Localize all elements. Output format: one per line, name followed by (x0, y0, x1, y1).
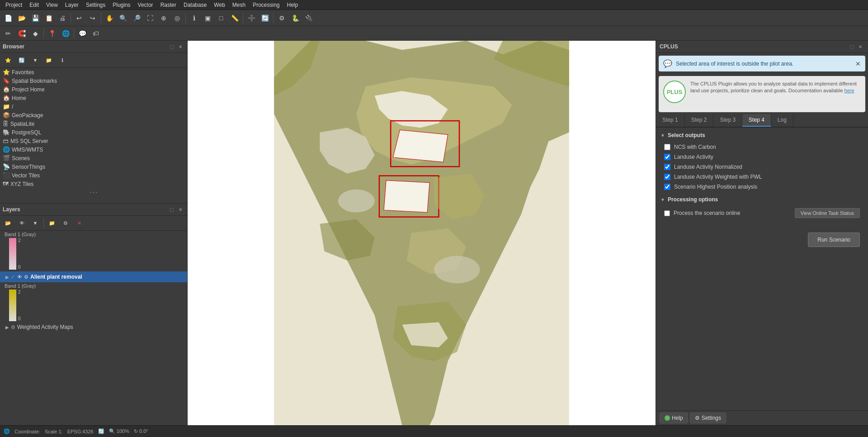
browser-add-btn[interactable]: ⭐ (2, 54, 14, 66)
browser-float-icon[interactable]: ⬚ (167, 43, 175, 51)
layers-float-icon[interactable]: ⬚ (167, 205, 175, 214)
tab-step2[interactable]: Step 2 (685, 114, 714, 127)
deselect-btn[interactable]: □ (215, 12, 227, 24)
settings-gear-btn[interactable]: ⚙ (275, 12, 288, 24)
menu-processing[interactable]: Processing (249, 1, 283, 9)
browser-item-xyz-tiles[interactable]: 🗺 XYZ Tiles (0, 180, 187, 188)
annotate-btn[interactable]: 💬 (76, 27, 89, 40)
zoom-selection-btn[interactable]: ⊕ (157, 12, 170, 24)
browser-refresh-btn[interactable]: 🔄 (15, 54, 28, 66)
selected-layer-item[interactable]: ▶ ✓ 👁 ⚙ Alient plant removal (0, 271, 187, 282)
browser-filter-btn[interactable]: ▼ (29, 54, 42, 66)
weighted-layer-item[interactable]: ▶ ⚙ Weighted Activity Maps (0, 323, 187, 331)
toolbar-sep-5 (273, 13, 274, 23)
menu-plugins[interactable]: Plugins (109, 1, 134, 9)
open-layer-tree-btn[interactable]: 📂 (2, 217, 14, 229)
processing-options-header[interactable]: ▼ Processing options (660, 196, 863, 203)
remove-layer-btn[interactable]: ✕ (73, 217, 85, 229)
label-btn[interactable]: 🏷 (90, 27, 102, 40)
browser-item-favorites[interactable]: ⭐ Favorites (0, 68, 187, 76)
cplus-here-link[interactable]: here (844, 88, 854, 93)
digitize-btn[interactable]: ✏ (2, 27, 14, 40)
undo-btn[interactable]: ↩ (73, 12, 85, 24)
zoom-full-btn[interactable]: ⛶ (144, 12, 156, 24)
new-project-btn[interactable]: 📄 (2, 12, 14, 24)
map-area[interactable] (188, 41, 656, 425)
browser-item-project-home[interactable]: 🏠 Project Home (0, 85, 187, 94)
menu-database[interactable]: Database (180, 1, 210, 9)
menu-mesh[interactable]: Mesh (229, 1, 249, 9)
tab-log[interactable]: Log (771, 114, 793, 127)
menu-edit[interactable]: Edit (26, 1, 42, 9)
menu-vector[interactable]: Vector (134, 1, 157, 9)
print-btn[interactable]: 🖨 (56, 12, 69, 24)
menu-settings[interactable]: Settings (82, 1, 109, 9)
measure-btn[interactable]: 📏 (228, 12, 241, 24)
browser-item-geopackage[interactable]: 📦 GeoPackage (0, 111, 187, 119)
refresh-btn[interactable]: 🔄 (259, 12, 271, 24)
menu-project[interactable]: Project (2, 1, 26, 9)
view-task-status-btn[interactable]: View Online Task Status (795, 208, 860, 218)
menu-layer[interactable]: Layer (61, 1, 82, 9)
zoom-in-btn[interactable]: 🔍 (117, 12, 129, 24)
alert-icon: 💬 (663, 59, 672, 68)
landuse-activity-checkbox[interactable] (664, 154, 670, 160)
menu-help[interactable]: Help (283, 1, 302, 9)
browser-item-sensorthings[interactable]: 📡 SensorThings (0, 162, 187, 171)
zoom-layer-btn[interactable]: ◎ (171, 12, 184, 24)
browser-item-mssql[interactable]: 🗃 MS SQL Server (0, 137, 187, 145)
save-project-btn[interactable]: 💾 (29, 12, 42, 24)
browser-item-scenes[interactable]: 🎬 Scenes (0, 154, 187, 162)
identify-btn[interactable]: ℹ (188, 12, 200, 24)
menu-view[interactable]: View (42, 1, 61, 9)
scenario-highest-checkbox[interactable] (664, 184, 670, 190)
ncs-carbon-checkbox[interactable] (664, 144, 670, 150)
browser-close-icon[interactable]: ✕ (176, 43, 184, 51)
run-scenario-btn[interactable]: Run Scenario (808, 233, 860, 247)
add-group-btn[interactable]: 📁 (46, 217, 58, 229)
filter-layers-btn[interactable]: ▼ (29, 217, 42, 229)
coord-btn[interactable]: 🌐 (59, 27, 72, 40)
browser-collapse-btn[interactable]: 📁 (42, 54, 55, 66)
help-btn[interactable]: Help (660, 413, 688, 423)
browser-item-bookmarks[interactable]: 🔖 Spatial Bookmarks (0, 76, 187, 85)
open-project-btn[interactable]: 📂 (15, 12, 28, 24)
python-btn[interactable]: 🐍 (289, 12, 302, 24)
browser-item-postgresql[interactable]: 🐘 PostgreSQL (0, 128, 187, 137)
redo-btn[interactable]: ↪ (86, 12, 99, 24)
browser-item-label: SpatiaLite (10, 121, 34, 127)
tab-step1[interactable]: Step 1 (656, 114, 685, 127)
snap-btn[interactable]: 🧲 (15, 27, 28, 40)
process-online-checkbox[interactable] (664, 210, 670, 216)
zoom-out-btn[interactable]: 🔎 (130, 12, 143, 24)
pan-btn[interactable]: ✋ (103, 12, 116, 24)
layer-add-btn[interactable]: ➕ (245, 12, 258, 24)
node-btn[interactable]: ◆ (29, 27, 42, 40)
manage-layers-btn[interactable]: ⚙ (59, 217, 72, 229)
gps-btn[interactable]: 📍 (46, 27, 58, 40)
select-btn[interactable]: ▣ (201, 12, 214, 24)
browser-item-wms[interactable]: 🌐 WMS/WMTS (0, 145, 187, 154)
browser-item-home[interactable]: 🏠 Home (0, 94, 187, 102)
cplus-close-icon[interactable]: ✕ (856, 43, 864, 51)
settings-btn[interactable]: ⚙ Settings (690, 413, 726, 423)
tab-step4[interactable]: Step 4 (742, 114, 771, 127)
select-outputs-header[interactable]: ▼ Select outputs (660, 132, 863, 138)
save-as-btn[interactable]: 📋 (42, 12, 55, 24)
browser-item-vector-tiles[interactable]: ⬛ Vector Tiles (0, 171, 187, 180)
cplus-float-icon[interactable]: ⬚ (847, 43, 855, 51)
layers-close-icon[interactable]: ✕ (176, 205, 184, 214)
status-render-icon: 🔄 (98, 428, 104, 434)
menu-raster[interactable]: Raster (157, 1, 180, 9)
landuse-weighted-checkbox[interactable] (664, 174, 670, 180)
browser-info-btn[interactable]: ℹ (56, 54, 69, 66)
alert-close-btn[interactable]: ✕ (855, 60, 861, 67)
browser-item-spatialite[interactable]: 🗄 SpatiaLite (0, 119, 187, 128)
landuse-normalized-checkbox[interactable] (664, 164, 670, 170)
layer-visibility-btn[interactable]: 👁 (15, 217, 28, 229)
tab-step3[interactable]: Step 3 (713, 114, 742, 127)
plugin-btn[interactable]: 🔌 (302, 12, 315, 24)
menu-web[interactable]: Web (210, 1, 228, 9)
weighted-collapse-arrow: ▶ (5, 325, 9, 330)
browser-item-root[interactable]: 📁 / (0, 102, 187, 111)
